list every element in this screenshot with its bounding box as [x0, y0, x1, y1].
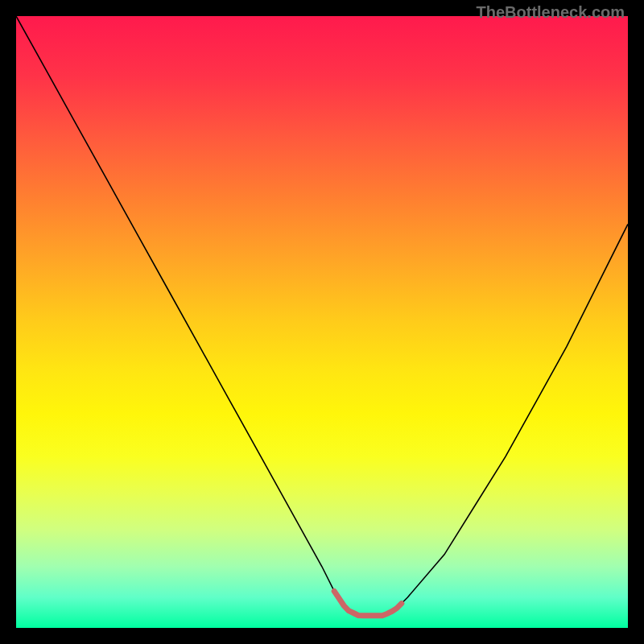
curve-svg [16, 16, 628, 628]
watermark-text: TheBottleneck.com [477, 3, 625, 22]
optimal-range-marker [334, 591, 402, 615]
bottleneck-curve [16, 16, 628, 616]
plot-area [16, 16, 628, 628]
chart-container: TheBottleneck.com [0, 0, 644, 644]
